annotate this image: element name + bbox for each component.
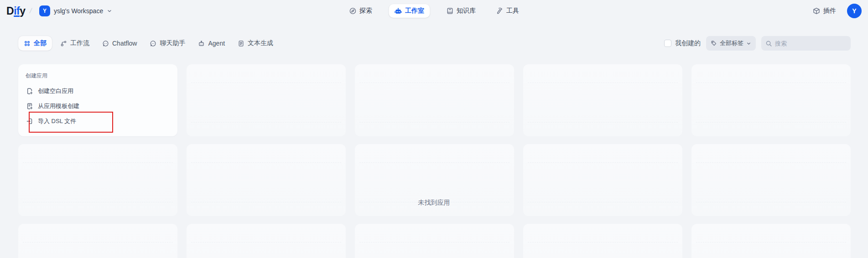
cube-icon [813, 7, 820, 15]
plugins-label: 插件 [823, 7, 836, 15]
workspace-avatar: Y [39, 5, 50, 16]
nav-tools[interactable]: 工具 [492, 4, 523, 18]
nav-knowledge[interactable]: 知识库 [442, 4, 479, 18]
robot-icon [394, 7, 402, 15]
app-card-placeholder [187, 144, 346, 216]
filter-bar: 全部 工作流 Chatflow 聊天助手 Agent [0, 36, 868, 51]
agent-robot-icon [198, 40, 205, 47]
main-nav: 探索 工作室 知识库 工具 [345, 0, 523, 22]
tool-icon [496, 7, 503, 15]
tab-label: 文本生成 [248, 39, 273, 47]
tab-label: 全部 [34, 39, 47, 47]
dify-logo[interactable]: Dify [6, 5, 25, 17]
tab-label: Agent [208, 40, 225, 47]
create-row-label: 创建空白应用 [38, 87, 73, 95]
workflow-icon [60, 40, 67, 47]
tab-text-generation[interactable]: 文本生成 [233, 36, 278, 51]
file-template-icon [26, 103, 33, 110]
book-icon [446, 7, 453, 15]
tab-all[interactable]: 全部 [18, 36, 52, 51]
tab-chatflow[interactable]: Chatflow [98, 36, 141, 50]
app-grid: 创建应用 创建空白应用 从应用模板创建 导入 DSL 文件 [18, 64, 851, 258]
tab-chat-assistant[interactable]: 聊天助手 [145, 36, 190, 51]
created-by-me-filter[interactable]: 我创建的 [664, 39, 701, 47]
plugins-button[interactable]: 插件 [809, 4, 840, 18]
app-card-placeholder [355, 224, 514, 258]
tab-label: 工作流 [70, 39, 89, 47]
chevron-down-icon [107, 8, 112, 14]
chevron-down-icon [746, 41, 751, 46]
create-from-template-button[interactable]: 从应用模板创建 [24, 99, 172, 114]
tab-label: Chatflow [112, 40, 137, 47]
app-card-placeholder [355, 144, 514, 216]
text-document-icon [238, 40, 244, 47]
import-dsl-icon [26, 118, 33, 125]
app-card-placeholder [691, 64, 851, 136]
app-card-placeholder [523, 64, 682, 136]
compass-icon [349, 7, 356, 15]
app-card-placeholder [18, 224, 177, 258]
app-card-placeholder [187, 224, 346, 258]
nav-explore[interactable]: 探索 [345, 4, 376, 18]
grid-dots-icon [24, 40, 31, 47]
app-card-placeholder [691, 144, 851, 216]
app-card-placeholder [523, 224, 682, 258]
workspace-selector[interactable]: Y yslg's Workspace [36, 4, 115, 18]
create-blank-app-button[interactable]: 创建空白应用 [24, 84, 172, 98]
app-card-placeholder [18, 144, 177, 216]
tag-filter-dropdown[interactable]: 全部标签 [706, 36, 756, 51]
tab-workflow[interactable]: 工作流 [56, 36, 94, 51]
app-card-placeholder [523, 144, 682, 216]
user-avatar[interactable]: Y [847, 4, 862, 18]
tab-label: 聊天助手 [160, 39, 185, 47]
search-icon [765, 40, 772, 47]
app-card-placeholder [187, 64, 346, 136]
created-by-me-checkbox[interactable] [664, 40, 671, 47]
app-card-placeholder [691, 224, 851, 258]
chat-bubble-icon [150, 40, 156, 47]
create-row-label: 导入 DSL 文件 [38, 117, 76, 125]
create-app-card: 创建应用 创建空白应用 从应用模板创建 导入 DSL 文件 [18, 64, 177, 136]
nav-label: 工具 [506, 7, 519, 15]
tag-icon [711, 40, 717, 46]
breadcrumb-separator: / [29, 7, 33, 15]
created-by-me-label: 我创建的 [675, 39, 701, 47]
app-card-placeholder [355, 64, 514, 136]
nav-label: 工作室 [405, 7, 424, 15]
import-dsl-button[interactable]: 导入 DSL 文件 [24, 114, 172, 129]
tab-agent[interactable]: Agent [193, 36, 229, 50]
workspace-name: yslg's Workspace [54, 7, 103, 15]
file-plus-icon [26, 88, 33, 95]
create-app-card-title: 创建应用 [24, 70, 172, 84]
create-row-label: 从应用模板创建 [38, 102, 79, 110]
nav-studio[interactable]: 工作室 [389, 4, 430, 18]
tag-filter-label: 全部标签 [720, 39, 743, 47]
search-input[interactable] [775, 40, 847, 47]
app-type-tabs: 全部 工作流 Chatflow 聊天助手 Agent [18, 36, 278, 51]
nav-label: 探索 [359, 7, 372, 15]
chat-bubble-icon [102, 40, 109, 47]
search-box[interactable] [761, 36, 851, 51]
nav-label: 知识库 [457, 7, 476, 15]
top-header: Dify / Y yslg's Workspace 探索 工作室 [0, 0, 868, 22]
